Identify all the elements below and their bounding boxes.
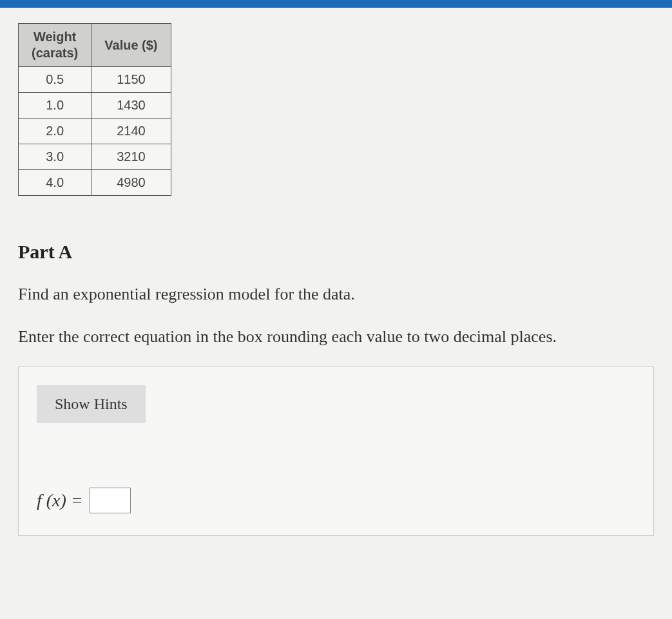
instruction-line-1: Find an exponential regression model for… bbox=[18, 282, 654, 307]
top-bar bbox=[0, 0, 672, 8]
table-cell: 1.0 bbox=[19, 93, 91, 119]
answer-panel: Show Hints f (x) = bbox=[18, 367, 654, 536]
content-area: Weight(carats) Value ($) 0.5 1150 1.0 14… bbox=[0, 8, 672, 562]
equation-row: f (x) = bbox=[37, 488, 635, 513]
table-cell: 4980 bbox=[91, 170, 171, 196]
table-row: 0.5 1150 bbox=[19, 67, 171, 93]
table-row: 2.0 2140 bbox=[19, 119, 171, 144]
instruction-line-2: Enter the correct equation in the box ro… bbox=[18, 325, 654, 349]
table-cell: 4.0 bbox=[19, 170, 91, 196]
table-cell: 1430 bbox=[91, 93, 171, 119]
table-cell: 0.5 bbox=[19, 67, 91, 93]
part-label: Part A bbox=[18, 241, 654, 263]
header-weight-line1: Weight(carats) bbox=[32, 30, 78, 60]
equation-label: f (x) = bbox=[37, 490, 83, 511]
table-cell: 1150 bbox=[91, 67, 171, 93]
table-cell: 2.0 bbox=[19, 119, 91, 144]
table-row: 3.0 3210 bbox=[19, 144, 171, 170]
table-cell: 3210 bbox=[91, 144, 171, 170]
table-header-row: Weight(carats) Value ($) bbox=[19, 24, 171, 67]
table-row: 1.0 1430 bbox=[19, 93, 171, 119]
table-header-weight: Weight(carats) bbox=[19, 24, 91, 67]
table-cell: 3.0 bbox=[19, 144, 91, 170]
data-table: Weight(carats) Value ($) 0.5 1150 1.0 14… bbox=[18, 23, 171, 196]
show-hints-button[interactable]: Show Hints bbox=[37, 385, 146, 423]
table-cell: 2140 bbox=[91, 119, 171, 144]
table-row: 4.0 4980 bbox=[19, 170, 171, 196]
equation-input[interactable] bbox=[90, 488, 131, 513]
table-header-value: Value ($) bbox=[91, 24, 171, 67]
